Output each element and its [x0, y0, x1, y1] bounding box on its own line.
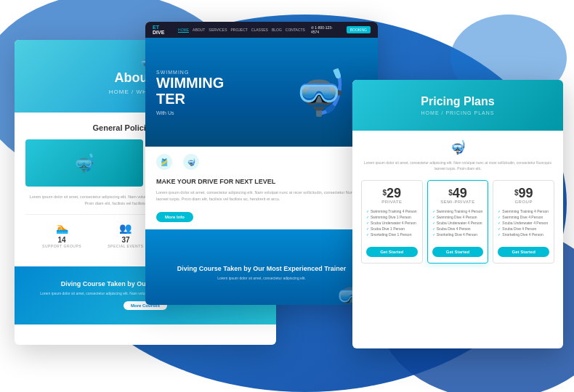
plan-features-semi: Swimming Training 4 Person Swimming Dive…	[432, 208, 484, 237]
plan-price-private: $29	[366, 187, 418, 200]
hero-diver-desc: Lorem ipsum dolor sit amet, consectetur …	[177, 275, 346, 281]
pricing-screenshot: Pricing Plans HOME / PRICING PLANS 🤿 Lor…	[352, 80, 563, 348]
plan-semi-private: $49 SEMI-PRIVATE Swimming Training 4 Per…	[427, 180, 489, 264]
plan-type-semi: SEMI-PRIVATE	[432, 200, 484, 204]
hero-section-desc: Lorem ipsum dolor sit amet, consectetur …	[156, 189, 367, 203]
hero-banner: SWIMMING WIMMINGTER With Us 🤿	[145, 38, 378, 147]
feature-group-2: Swimming Dive 4 Person	[498, 214, 549, 220]
hero-diver-section: Diving Course Taken by Our Most Experien…	[145, 229, 378, 305]
hero-eyebrow: SWIMMING	[156, 70, 224, 75]
hero-icons-row: 🎽 🤿	[156, 154, 367, 172]
hero-section-title: MAKE YOUR DRIVE FOR NEXT LEVEL	[156, 178, 367, 185]
feature-private-4: Scuba Dive 1 Person	[366, 226, 418, 232]
hero-phone: ✆ 1-800-123-4574	[311, 25, 341, 34]
nav-blog[interactable]: BLOG	[272, 28, 282, 33]
plan-type-group: GROUP	[498, 200, 549, 204]
get-started-private[interactable]: Get Started	[366, 247, 418, 257]
feature-private-5: Snorkeling Dive 1 Person	[366, 232, 418, 237]
more-info-button[interactable]: More Info	[156, 212, 193, 222]
support-icon: 🏊	[42, 222, 81, 234]
diver-figure: 🤿	[293, 67, 347, 118]
hero-diver-title: Diving Course Taken by Our Most Experien…	[177, 265, 346, 272]
pricing-breadcrumb: HOME / PRICING PLANS	[421, 110, 495, 115]
get-started-semi[interactable]: Get Started	[432, 247, 484, 257]
hero-nav-links: HOME ABOUT SERVICES PROJECT CLASSES BLOG…	[178, 28, 305, 33]
feature-semi-4: Scuba Dive 4 Person	[432, 226, 484, 232]
icon-item-2: 🤿	[183, 154, 199, 172]
stat-label-support: SUPPORT GROUPS	[42, 244, 81, 248]
pricing-title: Pricing Plans	[421, 95, 494, 108]
pricing-plans: $29 PRIVATE Swimming Training 4 Person S…	[361, 180, 554, 264]
hero-screenshot: ET DIVE HOME ABOUT SERVICES PROJECT CLAS…	[145, 22, 378, 305]
dollar-sign-semi: $	[448, 189, 453, 197]
plan-group: $99 GROUP Swimming Training 4 Person Swi…	[493, 180, 554, 264]
events-icon: 👥	[108, 222, 143, 234]
nav-about[interactable]: ABOUT	[193, 28, 205, 33]
get-started-group[interactable]: Get Started	[498, 247, 549, 257]
hero-title: WIMMINGTER	[156, 75, 224, 107]
icon-circle-2: 🤿	[183, 154, 199, 170]
stat-number-support: 14	[42, 236, 81, 244]
pricing-header: Pricing Plans HOME / PRICING PLANS	[352, 80, 563, 131]
screenshots-container: 🤿 About Us. HOME / WHO WE ARE General Po…	[0, 0, 574, 392]
plan-type-private: PRIVATE	[366, 200, 418, 204]
feature-semi-5: Snorkeling Dive 4 Person	[432, 232, 484, 237]
nav-contacts[interactable]: CONTACTS	[286, 28, 305, 33]
hero-content: 🎽 🤿 MAKE YOUR DRIVE FOR NEXT LEVEL Lorem…	[145, 147, 378, 229]
nav-services[interactable]: SERVICES	[209, 28, 227, 33]
stat-label-events: SPECIAL EVENTS	[108, 244, 143, 248]
feature-group-4: Scuba Dive 4 Person	[498, 226, 549, 232]
hero-logo: ET DIVE	[153, 25, 172, 35]
nav-classes[interactable]: CLASSES	[251, 28, 268, 33]
stat-number-events: 37	[108, 236, 143, 244]
feature-semi-2: Swimming Dive 4 Person	[432, 214, 484, 220]
dollar-sign-group: $	[514, 189, 519, 197]
diver-image-1: 🤿	[25, 139, 143, 187]
stat-support: 🏊 14 SUPPORT GROUPS	[42, 222, 81, 248]
nav-project[interactable]: PROJECT	[231, 28, 248, 33]
nav-home[interactable]: HOME	[178, 28, 189, 33]
feature-private-1: Swimming Training 4 Person	[366, 208, 418, 214]
logo-accent: ET	[153, 25, 159, 30]
feature-group-3: Scuba Underwater 4 Person	[498, 220, 549, 226]
booking-button[interactable]: BOOKING	[347, 26, 371, 33]
hero-subtitle: With Us	[156, 110, 224, 115]
feature-group-1: Swimming Training 4 Person	[498, 208, 549, 214]
plan-private: $29 PRIVATE Swimming Training 4 Person S…	[361, 180, 423, 264]
plan-price-group: $99	[498, 187, 549, 200]
feature-private-2: Swimming Dive 1 Person	[366, 214, 418, 220]
feature-semi-1: Swimming Training 4 Person	[432, 208, 484, 214]
plan-price-semi: $49	[432, 187, 484, 200]
feature-group-5: Snorkeling Dive 4 Person	[498, 232, 549, 237]
pricing-icon: 🤿	[361, 139, 554, 155]
feature-private-3: Scuba Underwater 4 Person	[366, 220, 418, 226]
plan-features-group: Swimming Training 4 Person Swimming Dive…	[498, 208, 549, 237]
dollar-sign-private: $	[383, 189, 387, 197]
pricing-desc: Lorem ipsum dolor sit amet, consectetur …	[361, 160, 554, 171]
pricing-body: 🤿 Lorem ipsum dolor sit amet, consectetu…	[352, 131, 563, 272]
icon-circle-1: 🎽	[156, 154, 172, 170]
hero-navbar: ET DIVE HOME ABOUT SERVICES PROJECT CLAS…	[145, 22, 378, 38]
diver-silhouette-1: 🤿	[25, 139, 143, 187]
icon-item-1: 🎽	[156, 154, 172, 172]
hero-text: SWIMMING WIMMINGTER With Us	[156, 70, 224, 115]
stat-events: 👥 37 SPECIAL EVENTS	[108, 222, 143, 248]
hero-diver-section-text: Diving Course Taken by Our Most Experien…	[177, 265, 346, 281]
feature-semi-3: Scuba Underwater 4 Person	[432, 220, 484, 226]
plan-features-private: Swimming Training 4 Person Swimming Dive…	[366, 208, 418, 237]
